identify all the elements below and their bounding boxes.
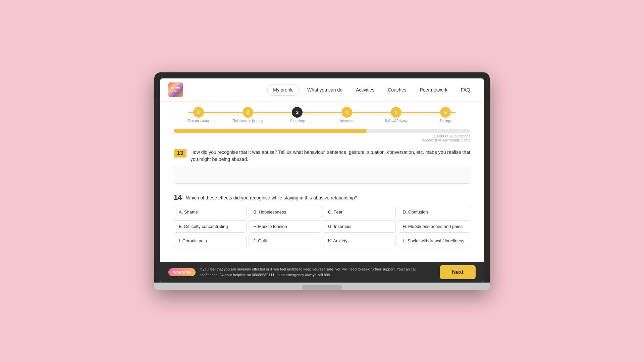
progress-info: 13 out of 20 questions Approx time remai…	[174, 134, 470, 142]
step-4-circle: 4	[341, 107, 352, 118]
question-13-text: How did you recognise that it was abuse?…	[191, 149, 470, 163]
nav-activities[interactable]: Activities	[351, 84, 380, 95]
option-j[interactable]: J. Guilt	[249, 235, 321, 247]
questions-count: 13 out of 20 questions	[434, 134, 470, 138]
laptop-base	[154, 283, 490, 290]
step-4-label: Interests	[340, 119, 353, 123]
step-6-circle: 6	[440, 107, 451, 118]
option-d[interactable]: D. Confusion	[398, 206, 471, 218]
step-3[interactable]: 3 Your story	[273, 107, 322, 123]
option-b[interactable]: B. Hopelessness	[249, 206, 321, 218]
step-2[interactable]: 2 Relationship journey	[223, 107, 272, 123]
nav-coaches[interactable]: Coaches	[382, 84, 412, 95]
warning-badge: WARNING	[168, 268, 196, 276]
question-14-text: Which of these effects did you recognise…	[186, 193, 357, 201]
progress-section: 13 out of 20 questions Approx time remai…	[160, 125, 484, 143]
step-4[interactable]: 4 Interests	[322, 107, 371, 123]
steps-row: 1 Personal data 2 Relationship journey 3…	[174, 107, 470, 123]
option-f[interactable]: F. Muscle tension	[249, 220, 321, 233]
nav-faq[interactable]: FAQ	[455, 84, 476, 95]
option-a[interactable]: A. Shame	[174, 206, 247, 218]
option-c[interactable]: C. Fear	[323, 206, 396, 218]
step-2-circle: 2	[243, 107, 253, 118]
option-l[interactable]: L. Social withdrawal / loneliness	[398, 235, 471, 247]
app-logo: IN THISLOVE	[168, 82, 183, 97]
options-grid: A. Shame B. Hopelessness C. Fear D. Conf…	[174, 206, 470, 247]
step-3-circle: 3	[292, 107, 303, 118]
step-5-circle: 5	[391, 107, 401, 118]
step-1-label: Personal data	[188, 119, 209, 123]
option-i[interactable]: I. Chronic pain	[174, 235, 247, 247]
progress-bar-background	[174, 129, 470, 133]
laptop-notch	[302, 285, 342, 290]
option-g[interactable]: G. Insomnia	[323, 220, 396, 233]
step-3-label: Your story	[290, 119, 305, 123]
step-1[interactable]: 1 Personal data	[174, 107, 223, 123]
step-1-circle: 1	[193, 107, 204, 118]
progress-bar-fill	[174, 129, 367, 133]
header: IN THISLOVE My profile What you can do A…	[160, 78, 484, 102]
laptop-screen: IN THISLOVE My profile What you can do A…	[160, 78, 484, 283]
step-5-label: Safety&Privacy	[385, 119, 408, 123]
question-14-block: 14 Which of these effects did you recogn…	[174, 193, 470, 247]
next-button[interactable]: Next	[440, 265, 476, 279]
step-5[interactable]: 5 Safety&Privacy	[371, 107, 421, 123]
time-remaining: Approx time remaining: 5 min	[422, 138, 470, 142]
steps-container: 1 Personal data 2 Relationship journey 3…	[160, 102, 484, 125]
question-13-input[interactable]	[174, 167, 470, 184]
step-6-label: Settings	[439, 119, 451, 123]
option-e[interactable]: E. Difficulty concentrating	[174, 220, 247, 233]
question-13-header: 13 How did you recognise that it was abu…	[174, 149, 470, 163]
question-14-number: 14	[174, 193, 182, 202]
option-k[interactable]: K. Anxiety	[323, 235, 396, 247]
step-6[interactable]: 6 Settings	[421, 107, 470, 123]
question-13-number: 13	[174, 149, 186, 158]
main-content: 13 How did you recognise that it was abu…	[160, 143, 484, 262]
nav-what-you-can-do[interactable]: What you can do	[302, 84, 348, 95]
question-14-header: 14 Which of these effects did you recogn…	[174, 193, 470, 202]
warning-text: If you feel that you are severely effect…	[200, 266, 436, 278]
nav-peer-network[interactable]: Peer network	[415, 84, 453, 95]
laptop-frame: IN THISLOVE My profile What you can do A…	[154, 72, 490, 290]
question-13-block: 13 How did you recognise that it was abu…	[174, 149, 470, 185]
option-h[interactable]: H. Moodiness-aches and pains	[398, 220, 471, 233]
main-nav: My profile What you can do Activities Co…	[267, 84, 476, 96]
nav-my-profile[interactable]: My profile	[267, 84, 299, 96]
warning-bar: WARNING If you feel that you are severel…	[160, 262, 484, 283]
step-2-label: Relationship journey	[233, 119, 263, 123]
